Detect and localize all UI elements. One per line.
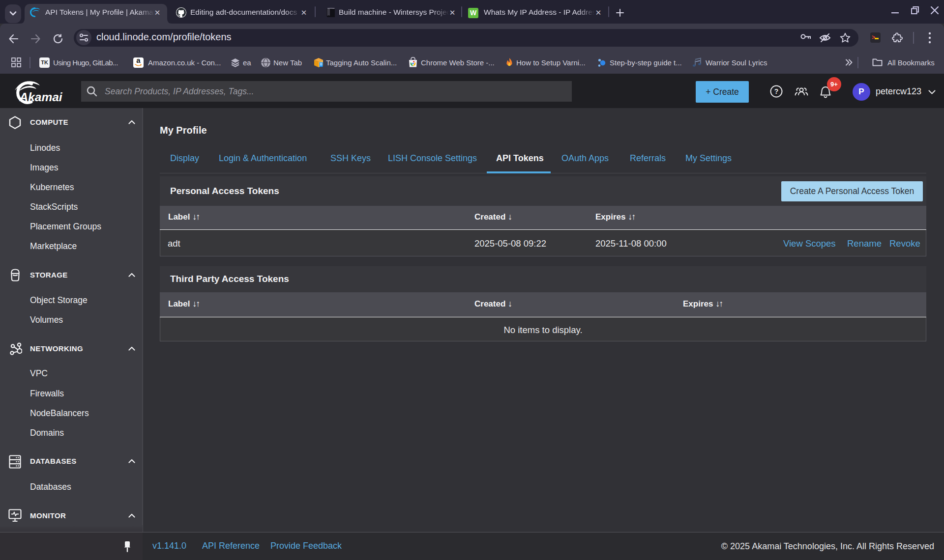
svg-text:?: ? <box>774 87 779 95</box>
svg-text:Akamai: Akamai <box>19 90 63 104</box>
